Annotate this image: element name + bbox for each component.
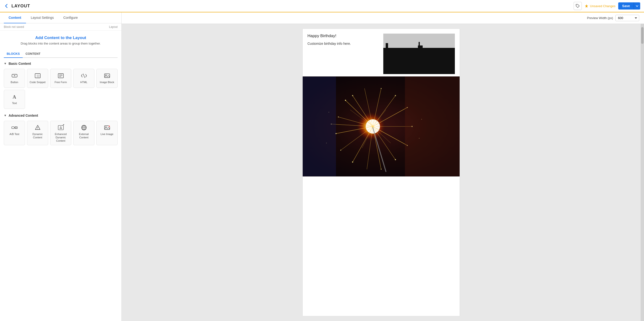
block-label-text: Text	[12, 101, 17, 105]
svg-rect-47	[423, 50, 431, 74]
unsaved-changes-label: Unsaved Changes	[590, 4, 616, 8]
basic-content-chevron: ▼	[4, 62, 7, 65]
dynamic-content-icon	[34, 124, 41, 131]
svg-rect-97	[303, 77, 336, 176]
block-item-external-content[interactable]: External Content	[73, 121, 94, 145]
svg-marker-23	[60, 127, 62, 129]
svg-point-12	[106, 75, 106, 76]
svg-rect-49	[434, 48, 436, 74]
advanced-content-chevron: ▼	[4, 114, 7, 117]
block-label-free-form: Free Form	[54, 80, 67, 84]
preview-width-select[interactable]: 600 800 1024	[616, 15, 639, 21]
svg-point-79	[338, 117, 339, 117]
block-item-live-image[interactable]: Live Image	[96, 121, 118, 145]
svg-rect-22	[58, 126, 64, 130]
sparkler-image	[303, 76, 460, 176]
save-button-group: Save	[618, 2, 640, 9]
block-not-saved-label: Block not saved	[4, 25, 24, 28]
panel-content: Add Content to the Layout Drag blocks in…	[0, 31, 122, 321]
save-button[interactable]: Save	[618, 2, 634, 9]
basic-content-section-header[interactable]: ▼ Basic Content	[4, 62, 118, 65]
basic-content-grid: Button {} Code Snippet	[4, 69, 118, 109]
svg-point-0	[577, 5, 577, 5]
block-item-button[interactable]: Button	[4, 69, 25, 88]
preview-width-label: Preview Width (px)	[587, 16, 613, 20]
add-content-heading: Add Content to the Layout	[4, 35, 118, 40]
block-label-html: HTML	[80, 80, 88, 84]
tab-content[interactable]: Content	[4, 12, 26, 23]
svg-point-21	[38, 129, 38, 129]
scroll-thumb[interactable]	[641, 27, 644, 44]
preview-area: Preview Width (px) 600 800 1024 Happy Bi…	[122, 12, 644, 321]
svg-point-33	[108, 126, 110, 127]
button-icon	[11, 72, 18, 79]
tab-layout-settings[interactable]: Layout Settings	[26, 12, 59, 23]
preview-inner: Happy Birthday! Customize birthday info …	[302, 28, 460, 316]
svg-rect-14	[12, 127, 14, 129]
svg-line-10	[83, 74, 85, 78]
sub-tab-content[interactable]: CONTENT	[23, 50, 44, 58]
unsaved-changes-indicator: Unsaved Changes	[584, 4, 616, 8]
advanced-content-section-header[interactable]: ▼ Advanced Content	[4, 114, 118, 117]
advanced-content-label: Advanced Content	[8, 114, 38, 117]
layout-breadcrumb: Layout	[109, 25, 118, 28]
enhanced-dynamic-content-icon	[58, 124, 64, 131]
svg-rect-11	[104, 74, 110, 78]
tag-icon-button[interactable]	[574, 2, 582, 10]
block-label-image-block: Image Block	[100, 80, 114, 84]
svg-point-78	[345, 100, 346, 101]
svg-point-84	[395, 159, 396, 160]
svg-rect-98	[405, 77, 460, 176]
left-panel: Content Layout Settings Configure Block …	[0, 12, 122, 321]
block-label-ab-test: A/B Test	[10, 132, 19, 136]
preview-text-block: Happy Birthday! Customize birthday info …	[308, 34, 383, 74]
block-item-free-form[interactable]: Free Form	[50, 69, 71, 88]
svg-text:A: A	[13, 94, 16, 100]
svg-point-32	[106, 127, 106, 128]
block-item-enhanced-dynamic-content[interactable]: Enhanced Dynamic Content	[50, 121, 71, 145]
tab-bar: Content Layout Settings Configure	[0, 12, 122, 23]
svg-rect-53	[449, 52, 455, 74]
svg-rect-41	[396, 48, 402, 74]
live-image-icon	[104, 124, 110, 131]
advanced-content-grid: A/B Test Dynamic Content	[4, 121, 118, 145]
svg-text:{}: {}	[36, 74, 40, 77]
block-label-live-image: Live Image	[101, 132, 114, 136]
block-item-image-block[interactable]: Image Block	[96, 69, 118, 88]
preview-scrollbar[interactable]	[641, 24, 644, 321]
block-item-ab-test[interactable]: A/B Test	[4, 121, 25, 145]
city-image	[383, 34, 455, 74]
save-dropdown-button[interactable]	[634, 2, 640, 9]
svg-point-88	[395, 95, 396, 96]
main-layout: Content Layout Settings Configure Block …	[0, 12, 644, 321]
svg-point-81	[340, 150, 341, 151]
svg-rect-40	[392, 50, 395, 74]
block-item-dynamic-content[interactable]: Dynamic Content	[27, 121, 48, 145]
topbar: LAYOUT Unsaved Changes Save	[0, 0, 644, 12]
svg-rect-38	[386, 43, 388, 74]
back-button[interactable]	[4, 3, 9, 8]
block-item-html[interactable]: HTML	[73, 69, 94, 88]
svg-rect-52	[445, 49, 448, 74]
city-skyline-svg	[383, 34, 455, 74]
topbar-left: LAYOUT	[4, 3, 30, 8]
text-icon: A	[11, 93, 18, 100]
html-icon	[80, 72, 87, 79]
svg-rect-44	[411, 51, 418, 74]
image-block-icon	[104, 72, 110, 79]
birthday-title: Happy Birthday!	[308, 34, 383, 38]
breadcrumb-bar: Block not saved Layout	[0, 23, 122, 31]
svg-rect-43	[405, 49, 408, 74]
block-item-code-snippet[interactable]: {} Code Snippet	[27, 69, 48, 88]
preview-top-section: Happy Birthday! Customize birthday info …	[303, 29, 460, 76]
page-title: LAYOUT	[12, 3, 30, 8]
preview-with-scroll: Happy Birthday! Customize birthday info …	[122, 24, 644, 321]
block-label-button: Button	[11, 80, 18, 84]
block-item-text[interactable]: A Text	[4, 90, 25, 109]
svg-point-90	[352, 95, 353, 96]
tab-configure[interactable]: Configure	[58, 12, 82, 23]
sub-tab-blocks[interactable]: BLOCKS	[4, 50, 23, 58]
block-label-enhanced-dynamic-content: Enhanced Dynamic Content	[51, 132, 70, 143]
preview-header: Preview Width (px) 600 800 1024	[122, 12, 644, 24]
svg-point-82	[352, 161, 353, 163]
